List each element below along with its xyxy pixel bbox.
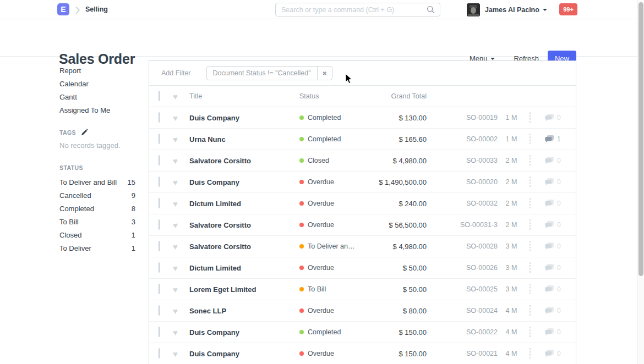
row-checkbox[interactable] xyxy=(159,155,160,166)
table-row[interactable]: ♥ Salvatore Corsitto To Deliver an… $ 4,… xyxy=(149,236,576,257)
row-title-link[interactable]: Lorem Eget Limited xyxy=(189,285,299,294)
sidebar-view-item[interactable]: Assigned To Me xyxy=(59,104,142,117)
table-row[interactable]: ♥ Dictum Limited Overdue $ 50.00 SO-0002… xyxy=(149,257,576,279)
row-title-link[interactable]: Duis Company xyxy=(189,114,299,122)
row-checkbox[interactable] xyxy=(159,177,160,187)
row-checkbox[interactable] xyxy=(159,241,160,251)
table-row[interactable]: ♥ Duis Company Completed $ 130.00 SO-000… xyxy=(149,107,576,129)
table-row[interactable]: ♥ Dictum Limited Overdue $ 240.00 SO-000… xyxy=(149,193,576,214)
row-title-link[interactable]: Salvatore Corsitto xyxy=(189,221,299,229)
comment-count: 1 xyxy=(545,135,576,143)
assign-placeholder[interactable] xyxy=(530,134,531,144)
row-title-link[interactable]: Sonec LLP xyxy=(189,307,299,315)
sidebar-view-item[interactable]: Calendar xyxy=(59,78,142,91)
liked-filter-icon[interactable]: ♥ xyxy=(173,92,189,101)
assign-placeholder[interactable] xyxy=(530,284,531,294)
row-title-link[interactable]: Dictum Limited xyxy=(189,264,299,272)
heart-icon[interactable]: ♥ xyxy=(173,135,189,144)
user-menu[interactable]: James Al Pacino xyxy=(467,3,547,16)
status-filter-item[interactable]: Completed 8 xyxy=(59,202,135,216)
row-checkbox[interactable] xyxy=(159,219,160,230)
status-text: Overdue xyxy=(308,307,334,315)
heart-icon[interactable]: ♥ xyxy=(173,221,189,229)
heart-icon[interactable]: ♥ xyxy=(173,114,189,122)
comment-count-value: 0 xyxy=(557,328,561,336)
status-filter-item[interactable]: Closed 1 xyxy=(59,229,135,242)
search-input[interactable] xyxy=(276,6,427,14)
row-title-link[interactable]: Urna Nunc xyxy=(189,135,299,144)
assign-placeholder[interactable] xyxy=(530,348,531,359)
table-row[interactable]: ♥ Lorem Eget Limited To Bill $ 50.00 SO-… xyxy=(149,279,576,300)
breadcrumb-selling[interactable]: Selling xyxy=(85,5,108,13)
row-checkbox[interactable] xyxy=(159,305,160,316)
table-row[interactable]: ♥ Salvatore Corsitto Closed $ 4,980.00 S… xyxy=(149,150,576,172)
sidebar-view-item[interactable]: Gantt xyxy=(59,91,142,104)
row-checkbox[interactable] xyxy=(159,284,160,294)
scrollbar-thumb[interactable] xyxy=(638,2,643,276)
assign-placeholder[interactable] xyxy=(530,155,531,166)
row-checkbox[interactable] xyxy=(159,262,160,273)
table-row[interactable]: ♥ Sonec LLP Overdue $ 80.00 SO-00024 4 M… xyxy=(149,300,576,322)
row-checkbox[interactable] xyxy=(159,198,160,208)
assign-placeholder[interactable] xyxy=(530,112,531,123)
status-filter-item[interactable]: Cancelled 9 xyxy=(59,189,135,202)
column-status: Status xyxy=(299,92,372,100)
app-logo[interactable]: E xyxy=(57,3,69,15)
edit-tags-icon[interactable] xyxy=(81,129,88,136)
row-title-link[interactable]: Duis Company xyxy=(189,350,299,358)
status-indicator-dot xyxy=(299,201,304,206)
remove-filter-button[interactable]: ✖ xyxy=(317,67,332,80)
row-checkbox[interactable] xyxy=(159,112,160,123)
heart-icon[interactable]: ♥ xyxy=(173,264,189,272)
status-indicator-dot xyxy=(299,158,304,163)
table-row[interactable]: ♥ Duis Company Overdue $ 150.00 SO-00021… xyxy=(149,343,576,364)
heart-icon[interactable]: ♥ xyxy=(173,328,189,337)
status-text: Closed xyxy=(308,157,329,164)
heart-icon[interactable]: ♥ xyxy=(173,157,189,165)
row-title-link[interactable]: Duis Company xyxy=(189,178,299,186)
document-id: SO-00031-3 xyxy=(427,221,498,229)
assign-placeholder[interactable] xyxy=(530,241,531,251)
document-id: SO-00024 xyxy=(427,307,498,315)
comment-icon xyxy=(545,135,554,143)
heart-icon[interactable]: ♥ xyxy=(173,242,189,251)
assign-placeholder[interactable] xyxy=(530,198,531,208)
add-filter-button[interactable]: Add Filter xyxy=(161,69,191,77)
assign-placeholder[interactable] xyxy=(530,177,531,187)
active-filter-chip[interactable]: Document Status != "Cancelled" ✖ xyxy=(206,66,332,80)
table-row[interactable]: ♥ Salvatore Corsitto Overdue $ 56,500.00… xyxy=(149,214,576,236)
status-filter-item[interactable]: To Deliver 1 xyxy=(59,242,135,255)
heart-icon[interactable]: ♥ xyxy=(173,285,189,294)
row-title-link[interactable]: Salvatore Corsitto xyxy=(189,242,299,251)
heart-icon[interactable]: ♥ xyxy=(173,350,189,358)
status-badge: Completed xyxy=(299,135,372,143)
status-filter-item[interactable]: To Deliver and Bill 15 xyxy=(59,176,135,189)
row-title-link[interactable]: Duis Company xyxy=(189,328,299,337)
assign-placeholder[interactable] xyxy=(530,262,531,273)
filter-chip-text: Document Status != "Cancelled" xyxy=(207,67,317,80)
row-title-link[interactable]: Salvatore Corsitto xyxy=(189,157,299,165)
assign-placeholder[interactable] xyxy=(530,305,531,316)
heart-icon[interactable]: ♥ xyxy=(173,307,189,315)
table-row[interactable]: ♥ Urna Nunc Completed $ 165.60 SO-00002 … xyxy=(149,129,576,150)
heart-icon[interactable]: ♥ xyxy=(173,178,189,186)
notification-badge[interactable]: 99+ xyxy=(559,3,577,15)
chevron-down-icon xyxy=(543,9,547,11)
status-indicator-dot xyxy=(299,244,304,249)
select-all-checkbox[interactable] xyxy=(159,91,160,101)
sidebar-view-item[interactable]: Report xyxy=(59,64,142,78)
table-row[interactable]: ♥ Duis Company Overdue $ 1,490,500.00 SO… xyxy=(149,172,576,193)
status-filter-label: Completed xyxy=(59,202,94,216)
comment-count: 0 xyxy=(545,221,576,229)
table-row[interactable]: ♥ Duis Company Completed $ 150.00 SO-000… xyxy=(149,322,576,343)
row-checkbox[interactable] xyxy=(159,134,160,144)
row-checkbox[interactable] xyxy=(159,348,160,359)
modified-age: 4 M xyxy=(498,307,525,315)
row-checkbox[interactable] xyxy=(159,327,160,337)
heart-icon[interactable]: ♥ xyxy=(173,200,189,208)
status-badge: Overdue xyxy=(299,350,372,357)
row-title-link[interactable]: Dictum Limited xyxy=(189,200,299,208)
assign-placeholder[interactable] xyxy=(530,219,531,230)
assign-placeholder[interactable] xyxy=(530,327,531,337)
status-filter-item[interactable]: To Bill 3 xyxy=(59,216,135,229)
